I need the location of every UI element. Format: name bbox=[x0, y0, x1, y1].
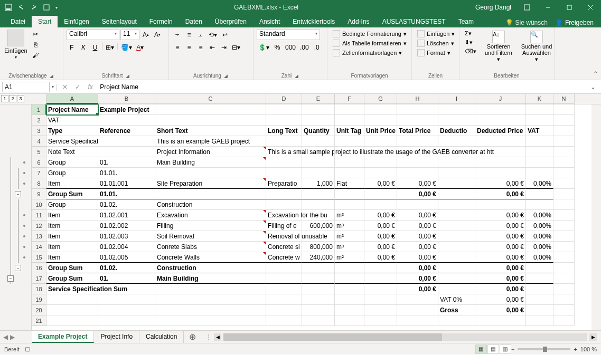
expand-formula-bar-icon[interactable]: ⌄ bbox=[590, 83, 599, 91]
cell[interactable] bbox=[438, 147, 475, 157]
cell[interactable]: 0,00 € bbox=[475, 221, 526, 231]
cell[interactable] bbox=[302, 136, 335, 147]
thousands-icon[interactable]: 000 bbox=[284, 42, 297, 53]
cell[interactable]: 01.01.001 bbox=[98, 178, 155, 189]
cell[interactable]: Excavation for the bu bbox=[266, 210, 302, 221]
align-left-icon[interactable]: ≡ bbox=[172, 42, 183, 53]
indent-increase-icon[interactable]: ⇥ bbox=[219, 42, 229, 53]
cell[interactable] bbox=[553, 221, 575, 231]
normal-view-icon[interactable]: ▦ bbox=[475, 344, 487, 354]
cell[interactable]: 0,00% bbox=[526, 231, 553, 242]
col-header-C[interactable]: C bbox=[155, 94, 266, 104]
cell[interactable] bbox=[475, 104, 526, 115]
cell[interactable]: Gross bbox=[438, 305, 475, 315]
cell[interactable]: 0,00 € bbox=[364, 221, 397, 231]
cell[interactable]: 01.02.002 bbox=[98, 221, 155, 231]
cell[interactable] bbox=[335, 273, 364, 284]
insert-cells-button[interactable]: Einfügen▾ bbox=[415, 30, 457, 38]
cell[interactable] bbox=[526, 168, 553, 178]
cell[interactable] bbox=[266, 273, 302, 284]
cell[interactable]: 0,00 € bbox=[364, 252, 397, 263]
cell[interactable] bbox=[98, 315, 155, 326]
cell[interactable] bbox=[98, 305, 155, 315]
cell[interactable] bbox=[302, 294, 335, 305]
col-header-B[interactable]: B bbox=[98, 94, 155, 104]
cell[interactable]: Concrete Walls bbox=[155, 252, 266, 263]
collapse-ribbon-icon[interactable]: ⌃ bbox=[593, 70, 598, 78]
cell[interactable]: Item bbox=[46, 210, 98, 221]
percent-icon[interactable]: % bbox=[272, 42, 283, 53]
row-header-3[interactable]: 3 bbox=[32, 126, 46, 136]
row-header-5[interactable]: 5 bbox=[32, 147, 46, 157]
cell[interactable]: m² bbox=[335, 252, 364, 263]
minimize-icon[interactable] bbox=[538, 0, 559, 15]
cut-icon[interactable]: ✂ bbox=[31, 30, 40, 39]
cell[interactable]: Item bbox=[46, 231, 98, 242]
cell[interactable]: 0,00 € bbox=[397, 284, 438, 294]
cell[interactable]: 0,00 € bbox=[475, 242, 526, 252]
cell[interactable] bbox=[155, 168, 266, 178]
cell[interactable] bbox=[302, 104, 335, 115]
cell[interactable] bbox=[266, 315, 302, 326]
cell[interactable] bbox=[155, 294, 266, 305]
ribbon-tab-daten[interactable]: Daten bbox=[179, 16, 209, 27]
align-launcher-icon[interactable]: ◢ bbox=[223, 73, 229, 79]
cell[interactable]: Note Text bbox=[46, 147, 98, 157]
font-size-dropdown[interactable]: 11 bbox=[120, 30, 139, 40]
select-all-corner[interactable] bbox=[32, 94, 46, 104]
cell[interactable] bbox=[335, 115, 364, 126]
cell[interactable] bbox=[526, 104, 553, 115]
user-name[interactable]: Georg Dangl bbox=[470, 4, 517, 11]
cell[interactable] bbox=[438, 210, 475, 221]
maximize-icon[interactable] bbox=[559, 0, 580, 15]
align-right-icon[interactable]: ≡ bbox=[195, 42, 206, 53]
cell[interactable]: Unit Tag bbox=[335, 126, 364, 136]
cell[interactable] bbox=[364, 136, 397, 147]
cell[interactable]: Construction bbox=[155, 199, 266, 210]
cell[interactable] bbox=[46, 305, 98, 315]
align-top-icon[interactable]: ⫟ bbox=[172, 30, 183, 40]
cell[interactable]: 01.02.003 bbox=[98, 231, 155, 242]
cell[interactable]: 0,00 € bbox=[475, 189, 526, 199]
sort-filter-button[interactable]: A↓ Sortieren und Filtern▾ bbox=[481, 30, 517, 64]
cell[interactable]: Example Project bbox=[98, 104, 155, 115]
col-header-K[interactable]: K bbox=[526, 94, 553, 104]
cancel-formula-icon[interactable]: ✕ bbox=[60, 82, 70, 92]
cell[interactable] bbox=[438, 136, 475, 147]
font-name-dropdown[interactable]: Calibri bbox=[67, 30, 119, 40]
cell[interactable] bbox=[553, 136, 575, 147]
row-header-19[interactable]: 19 bbox=[32, 294, 46, 305]
cell[interactable] bbox=[364, 263, 397, 273]
decrease-decimal-icon[interactable]: .0 bbox=[312, 42, 322, 53]
cell[interactable]: 0,00 € bbox=[475, 294, 526, 305]
cell[interactable] bbox=[155, 305, 266, 315]
cell[interactable] bbox=[397, 104, 438, 115]
cell[interactable]: This is a small sample project to illust… bbox=[266, 147, 302, 157]
clipboard-launcher-icon[interactable]: ◢ bbox=[49, 73, 54, 79]
cell[interactable]: 0,00% bbox=[526, 221, 553, 231]
cell[interactable] bbox=[553, 252, 575, 263]
cell[interactable]: 600,000 bbox=[302, 221, 335, 231]
cell[interactable] bbox=[438, 104, 475, 115]
fill-color-icon[interactable]: 🪣▾ bbox=[119, 42, 134, 53]
cell[interactable]: Group bbox=[46, 157, 98, 168]
add-sheet-icon[interactable]: ⊕ bbox=[184, 332, 201, 342]
zoom-level[interactable]: 100 % bbox=[580, 346, 597, 352]
cell[interactable] bbox=[397, 147, 438, 157]
cell[interactable]: Service Specification bbox=[46, 136, 98, 147]
cell[interactable] bbox=[335, 263, 364, 273]
sheet-nav-prev-icon[interactable]: ◀ bbox=[3, 333, 8, 341]
cell[interactable] bbox=[438, 284, 475, 294]
fx-icon[interactable]: fx bbox=[85, 82, 96, 92]
find-select-button[interactable]: 🔍 Suchen und Auswählen▾ bbox=[519, 30, 555, 64]
row-header-13[interactable]: 13 bbox=[32, 231, 46, 242]
cell[interactable]: Group Sum bbox=[46, 189, 98, 199]
cell[interactable] bbox=[98, 147, 155, 157]
cell[interactable] bbox=[155, 189, 266, 199]
cell[interactable]: 0,00% bbox=[526, 242, 553, 252]
outline-toggle[interactable]: − bbox=[15, 191, 21, 197]
cell[interactable]: Type bbox=[46, 126, 98, 136]
cell[interactable] bbox=[526, 273, 553, 284]
cell[interactable]: 0,00 € bbox=[475, 178, 526, 189]
cell[interactable] bbox=[526, 284, 553, 294]
